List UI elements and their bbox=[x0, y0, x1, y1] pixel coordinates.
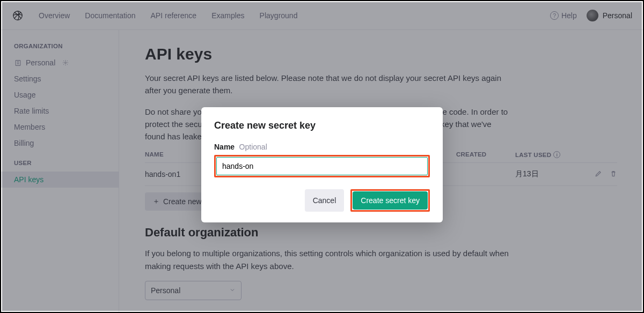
create-secret-key-button[interactable]: Create secret key bbox=[353, 191, 428, 210]
create-secret-key-modal: Create new secret key Name Optional Canc… bbox=[201, 107, 443, 222]
modal-overlay[interactable]: Create new secret key Name Optional Canc… bbox=[2, 2, 642, 311]
name-input-highlight bbox=[214, 155, 430, 177]
submit-button-highlight: Create secret key bbox=[350, 189, 430, 212]
cancel-button[interactable]: Cancel bbox=[305, 189, 345, 212]
name-input[interactable] bbox=[216, 157, 428, 175]
modal-title: Create new secret key bbox=[214, 120, 430, 131]
name-field-label: Name bbox=[214, 143, 235, 151]
name-field-optional: Optional bbox=[239, 143, 267, 151]
